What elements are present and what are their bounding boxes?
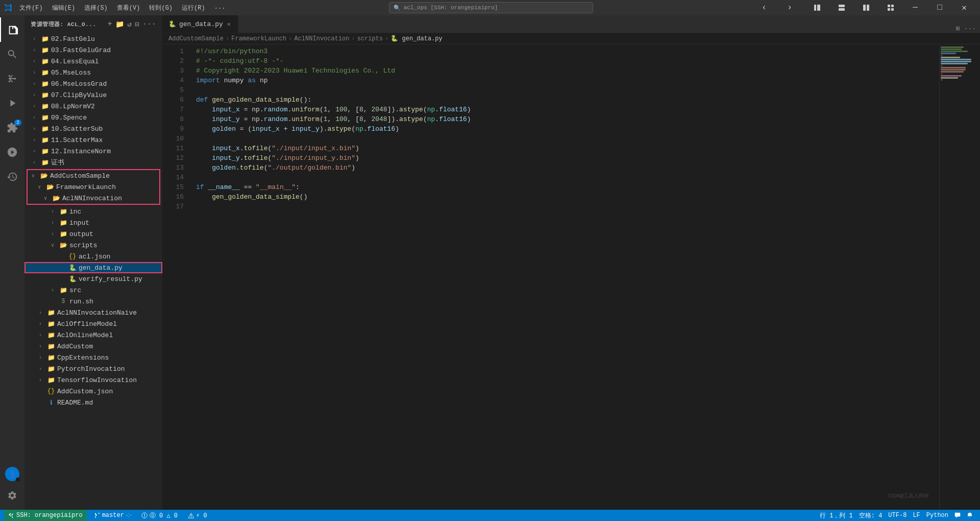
breadcrumb-aclnninvocation[interactable]: AclNNInvocation xyxy=(294,35,349,42)
eol-label: LF xyxy=(913,512,920,519)
new-folder-icon[interactable]: 📁 xyxy=(115,20,125,29)
maximize-button[interactable]: □ xyxy=(928,0,951,15)
tree-item-addcustom[interactable]: › 📁 AddCustom xyxy=(24,341,162,352)
tree-item-readme[interactable]: › ℹ README.md xyxy=(24,397,162,408)
code-line-12: input_y.tofile("./input/input_y.bin") xyxy=(196,153,939,163)
code-line-9: golden = (input_x + input_y).astype(np.f… xyxy=(196,124,939,134)
tree-item-fastgelugrad[interactable]: › 📁 03.FastGeluGrad xyxy=(24,44,162,56)
tree-item-cppextensions[interactable]: › 📁 CppExtensions xyxy=(24,352,162,363)
tree-item-input[interactable]: › 📁 input xyxy=(24,217,162,228)
status-feedback[interactable] xyxy=(951,510,964,521)
split-editor-icon[interactable]: ⊞ xyxy=(956,25,960,33)
tree-item-addcustomsample[interactable]: ∨ 📂 AddCustomSample xyxy=(28,170,159,181)
line-numbers: 1 2 3 4 5 6 7 8 9 10 11 12 13 14 15 16 1… xyxy=(162,44,188,510)
layout-sidebar-button[interactable] xyxy=(805,0,829,15)
tree-item-addcustomjson[interactable]: › {} AddCustom.json xyxy=(24,386,162,397)
minimize-button[interactable]: ─ xyxy=(903,0,927,15)
status-language[interactable]: Python xyxy=(923,510,951,521)
activity-explorer[interactable] xyxy=(0,17,24,42)
tab-close-button[interactable]: ✕ xyxy=(226,19,232,29)
layout-split-button[interactable] xyxy=(854,0,878,15)
tab-gendata[interactable]: 🐍 gen_data.py ✕ xyxy=(162,15,238,33)
tree-item-pytorchinvocation[interactable]: › 📁 PytorchInvocation xyxy=(24,363,162,374)
tree-item-aclnninvocation[interactable]: ∨ 📂 AclNNInvocation xyxy=(28,193,159,204)
status-remote[interactable]: SSH: orangepiaipro xyxy=(4,510,87,521)
tree-item-gendata[interactable]: › 🐍 gen_data.py xyxy=(24,262,162,273)
menu-view[interactable]: 查看(V) xyxy=(113,3,144,13)
branch-label: master xyxy=(102,512,124,519)
new-file-icon[interactable]: + xyxy=(108,20,112,29)
tree-item-frameworklaunch[interactable]: ∨ 📂 FrameworkLaunch xyxy=(28,181,159,193)
activity-source-control[interactable] xyxy=(0,66,24,91)
tree-item-runsh[interactable]: › $ run.sh xyxy=(24,296,162,307)
tree-item-tensorflowinvocation[interactable]: › 📁 TensorflowInvocation xyxy=(24,374,162,386)
more-icon[interactable]: ··· xyxy=(142,20,156,29)
tree-item-fastgelu[interactable]: › 📁 02.FastGelu xyxy=(24,33,162,44)
tree-item-clipbyvalue[interactable]: › 📁 07.ClipByValue xyxy=(24,89,162,101)
tree-item-spence[interactable]: › 📁 09.Spence xyxy=(24,112,162,123)
status-warnings[interactable]: ⚡ 0 xyxy=(185,510,210,521)
close-button[interactable]: ✕ xyxy=(952,0,976,15)
tree-item-aclonlinemodel[interactable]: › 📁 AclOnlineModel xyxy=(24,329,162,341)
tree-item-cert[interactable]: › 📁 证书 xyxy=(24,157,162,168)
activity-search[interactable] xyxy=(0,42,24,66)
menu-file[interactable]: 文件(F) xyxy=(15,3,47,13)
tree-item-scripts[interactable]: ∨ 📂 scripts xyxy=(24,240,162,251)
extensions-badge: 2 xyxy=(14,120,21,126)
sidebar-header: 资源管理器: ACL_O... + 📁 ↺ ⊟ ··· xyxy=(24,15,162,33)
tree-item-acljson[interactable]: › {} acl.json xyxy=(24,251,162,262)
minimap-content xyxy=(940,44,980,83)
status-eol[interactable]: LF xyxy=(910,510,923,521)
tree-item-lessequal[interactable]: › 📁 04.LessEqual xyxy=(24,56,162,67)
tree-item-aclofflinemodel[interactable]: › 📁 AclOfflineModel xyxy=(24,318,162,329)
layout-grid-button[interactable] xyxy=(879,0,902,15)
breadcrumb-gendata[interactable]: 🐍 gen_data.py xyxy=(390,35,442,42)
menu-select[interactable]: 选择(S) xyxy=(80,3,112,13)
tree-item-lpnorm[interactable]: › 📁 08.LpNormV2 xyxy=(24,101,162,112)
menu-more[interactable]: ... xyxy=(210,3,230,13)
activity-extensions[interactable]: 2 xyxy=(0,115,24,140)
breadcrumb-addcustomsample[interactable]: AddCustomSample xyxy=(168,35,224,42)
tree-item-inc[interactable]: › 📁 inc xyxy=(24,206,162,217)
tree-item-scattermax[interactable]: › 📁 11.ScatterMax xyxy=(24,134,162,146)
nav-back-button[interactable]: ‹ xyxy=(752,0,776,15)
activity-run-debug[interactable] xyxy=(0,91,24,115)
layout-editor-button[interactable] xyxy=(830,0,853,15)
breadcrumb-frameworklaunch[interactable]: FrameworkLaunch xyxy=(231,35,286,42)
editor-container: 1 2 3 4 5 6 7 8 9 10 11 12 13 14 15 16 1… xyxy=(162,44,980,510)
sidebar: 资源管理器: ACL_O... + 📁 ↺ ⊟ ··· › 📁 02.FastG… xyxy=(24,15,162,510)
activity-history[interactable] xyxy=(0,164,24,189)
menu-edit[interactable]: 编辑(E) xyxy=(48,3,80,13)
status-spaces[interactable]: 空格: 4 xyxy=(856,510,886,521)
refresh-icon[interactable]: ↺ xyxy=(127,20,132,29)
tree-item-verifyresult[interactable]: › 🐍 verify_result.py xyxy=(24,273,162,285)
status-notifications[interactable] xyxy=(964,510,976,521)
code-editor[interactable]: #!/usr/bin/python3 # -*- coding:utf-8 -*… xyxy=(188,44,939,510)
status-branch[interactable]: master xyxy=(91,510,134,521)
more-actions-icon[interactable]: ··· xyxy=(964,25,976,33)
warnings-label: ⚡ 0 xyxy=(196,512,207,519)
code-line-7: input_x = np.random.uniform(1, 100, [8, … xyxy=(196,105,939,114)
tree-item-output[interactable]: › 📁 output xyxy=(24,228,162,240)
status-encoding[interactable]: UTF-8 xyxy=(885,510,910,521)
tree-item-src[interactable]: › 📁 src xyxy=(24,285,162,296)
tree-item-mseloss[interactable]: › 📁 05.MseLoss xyxy=(24,67,162,78)
tree-item-instancenorm[interactable]: › 📁 12.InstanceNorm xyxy=(24,146,162,157)
activity-settings[interactable] xyxy=(0,483,24,508)
tree-item-scattersub[interactable]: › 📁 10.ScatterSub xyxy=(24,123,162,134)
menu-run[interactable]: 运行(R) xyxy=(178,3,209,13)
status-errors[interactable]: ⓪ 0 △ 0 xyxy=(138,510,181,521)
tree-item-mselossgrad[interactable]: › 📁 06.MseLossGrad xyxy=(24,78,162,89)
code-line-6: def gen_golden_data_simple(): xyxy=(196,95,939,105)
status-position[interactable]: 行 1，列 1 xyxy=(817,510,856,521)
user-avatar[interactable]: 👤 xyxy=(5,467,19,481)
language-label: Python xyxy=(926,512,948,519)
menu-goto[interactable]: 转到(G) xyxy=(145,3,177,13)
nav-forward-button[interactable]: › xyxy=(778,0,801,15)
title-search-bar[interactable]: 🔍 acl_ops [SSH: orangepiaipro] xyxy=(389,2,593,13)
collapse-icon[interactable]: ⊟ xyxy=(135,20,139,29)
tree-item-aclnninvocationnaive[interactable]: › 📁 AclNNInvocationNaive xyxy=(24,307,162,318)
content-area: 🐍 gen_data.py ✕ ⊞ ··· AddCustomSample › … xyxy=(162,15,980,510)
breadcrumb-scripts[interactable]: scripts xyxy=(357,35,383,42)
activity-remote-explorer[interactable] xyxy=(0,140,24,164)
